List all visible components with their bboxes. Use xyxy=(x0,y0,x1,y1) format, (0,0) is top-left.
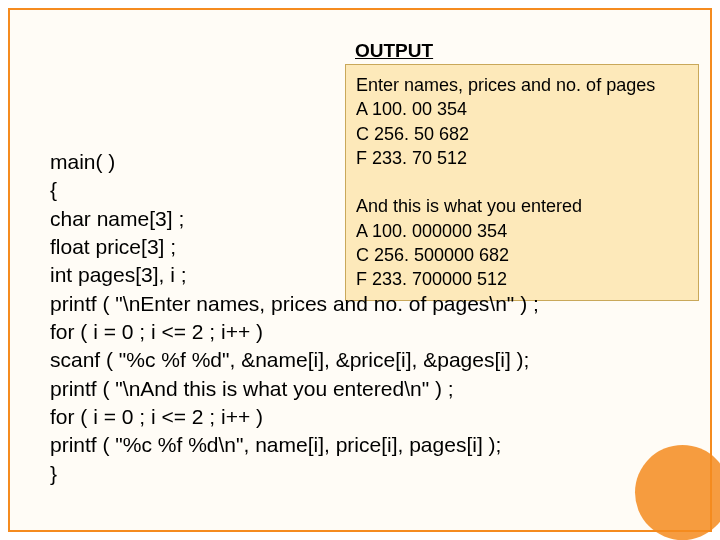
decorative-circle xyxy=(635,445,720,540)
output-heading: OUTPUT xyxy=(345,40,699,62)
code-listing: main( ) { char name[3] ; float price[3] … xyxy=(50,148,539,488)
slide-frame: OUTPUT Enter names, prices and no. of pa… xyxy=(8,8,712,532)
